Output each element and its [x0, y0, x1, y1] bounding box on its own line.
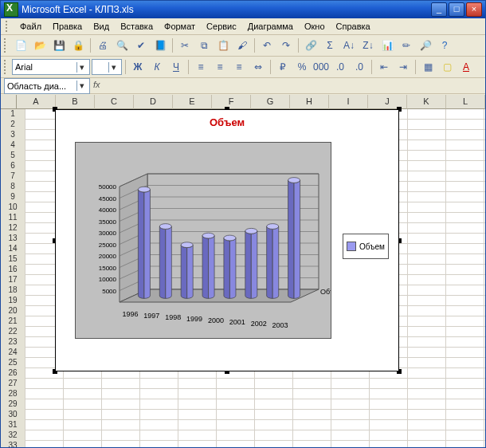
row-header[interactable]: 23 [1, 337, 25, 348]
chart-object[interactable]: Объем 5000100001500020000250003000035000… [53, 107, 402, 374]
row-header[interactable]: 10 [1, 202, 25, 214]
chart-frame[interactable]: Объем 5000100001500020000250003000035000… [55, 109, 399, 371]
preview-icon[interactable]: 🔍 [113, 37, 131, 54]
paste-icon[interactable]: 📋 [214, 37, 232, 54]
underline-button[interactable]: Ч [167, 58, 185, 76]
currency-icon[interactable]: ₽ [274, 58, 292, 76]
align-left-icon[interactable]: ≡ [192, 58, 210, 76]
menu-view[interactable]: Вид [88, 20, 114, 33]
row-header[interactable]: 2 [1, 120, 25, 131]
comma-icon[interactable]: 000 [312, 58, 330, 76]
row-header[interactable]: 19 [1, 296, 25, 307]
chart-wizard-icon[interactable]: 📊 [378, 37, 396, 54]
row-header[interactable]: 3 [1, 130, 25, 141]
row-header[interactable]: 21 [1, 316, 25, 328]
redo-icon[interactable]: ↷ [277, 37, 295, 54]
menu-window[interactable]: Окно [300, 20, 330, 33]
minimize-button[interactable]: _ [431, 2, 447, 17]
italic-button[interactable]: К [148, 58, 166, 76]
maximize-button[interactable]: □ [449, 2, 464, 17]
select-all-corner[interactable] [1, 95, 17, 109]
row-header[interactable]: 15 [1, 254, 25, 265]
row-header[interactable]: 11 [1, 213, 25, 224]
row-header[interactable]: 22 [1, 327, 25, 338]
font-name-combo[interactable]: Arial ▾ [12, 59, 90, 75]
plot-area[interactable]: 5000100001500020000250003000035000400004… [75, 142, 331, 339]
name-box[interactable]: Область диа... ▾ [4, 78, 90, 94]
row-header[interactable]: 20 [1, 306, 25, 317]
row-header[interactable]: 16 [1, 265, 25, 276]
row-header[interactable]: 33 [1, 441, 25, 448]
menu-insert[interactable]: Вставка [116, 20, 158, 33]
open-icon[interactable]: 📂 [31, 37, 49, 54]
permission-icon[interactable]: 🔒 [69, 37, 87, 54]
chart-legend[interactable]: Объем [343, 234, 389, 259]
row-header[interactable]: 7 [1, 171, 25, 183]
menu-chart[interactable]: Диаграмма [243, 20, 298, 33]
bold-button[interactable]: Ж [129, 58, 147, 76]
copy-icon[interactable]: ⧉ [195, 37, 213, 54]
row-header[interactable]: 29 [1, 399, 25, 411]
decrease-decimal-icon[interactable]: .0 [351, 58, 368, 76]
close-button[interactable]: × [466, 2, 482, 17]
row-header[interactable]: 28 [1, 389, 25, 400]
borders-icon[interactable]: ▦ [419, 58, 437, 76]
sort-desc-icon[interactable]: Z↓ [359, 37, 377, 54]
help-icon[interactable]: ? [436, 37, 453, 54]
menu-help[interactable]: Справка [331, 20, 375, 33]
row-header[interactable]: 12 [1, 223, 25, 234]
col-header-L[interactable]: L [446, 95, 485, 109]
chart-title[interactable]: Объем [56, 116, 398, 128]
row-header[interactable]: 31 [1, 420, 25, 431]
font-color-icon[interactable]: A [457, 58, 475, 76]
menu-file[interactable]: Файл [15, 20, 46, 33]
row-header[interactable]: 1 [1, 109, 25, 120]
row-header[interactable]: 14 [1, 244, 25, 255]
row-header[interactable]: 4 [1, 140, 25, 151]
toolbar-handle[interactable] [6, 21, 10, 32]
align-center-icon[interactable]: ≡ [211, 58, 229, 76]
fx-icon[interactable]: fx [93, 80, 106, 92]
row-header[interactable]: 5 [1, 151, 25, 162]
row-header[interactable]: 30 [1, 410, 25, 421]
merge-center-icon[interactable]: ⇔ [249, 58, 267, 76]
row-header[interactable]: 24 [1, 348, 25, 359]
percent-icon[interactable]: % [293, 58, 311, 76]
increase-decimal-icon[interactable]: .0 [331, 58, 349, 76]
research-icon[interactable]: 📘 [151, 37, 169, 54]
spreadsheet-grid[interactable]: ABCDEFGHIJKL 123456789101112131415161718… [1, 95, 485, 447]
row-header[interactable]: 8 [1, 182, 25, 193]
row-header[interactable]: 27 [1, 379, 25, 390]
menu-tools[interactable]: Сервис [202, 20, 241, 33]
menu-format[interactable]: Формат [159, 20, 200, 33]
font-size-combo[interactable]: ▾ [92, 59, 122, 75]
save-icon[interactable]: 💾 [50, 37, 68, 54]
col-header-K[interactable]: K [407, 95, 446, 109]
row-header[interactable]: 18 [1, 285, 25, 297]
col-header-A[interactable]: A [17, 95, 56, 109]
print-icon[interactable]: 🖨 [94, 37, 112, 54]
cut-icon[interactable]: ✂ [176, 37, 194, 54]
row-header[interactable]: 25 [1, 358, 25, 369]
row-header[interactable]: 6 [1, 161, 25, 172]
undo-icon[interactable]: ↶ [258, 37, 276, 54]
format-painter-icon[interactable]: 🖌 [233, 37, 251, 54]
sort-asc-icon[interactable]: A↓ [340, 37, 358, 54]
fill-color-icon[interactable]: ▢ [438, 58, 456, 76]
spellcheck-icon[interactable]: ✔ [132, 37, 150, 54]
menu-edit[interactable]: Правка [48, 20, 87, 33]
increase-indent-icon[interactable]: ⇥ [394, 58, 412, 76]
row-header[interactable]: 9 [1, 192, 25, 203]
autosum-icon[interactable]: Σ [321, 37, 339, 54]
drawing-icon[interactable]: ✏ [398, 37, 415, 54]
new-icon[interactable]: 📄 [12, 37, 29, 54]
decrease-indent-icon[interactable]: ⇤ [375, 58, 393, 76]
row-header[interactable]: 32 [1, 430, 25, 442]
zoom-icon[interactable]: 🔎 [417, 37, 434, 54]
hyperlink-icon[interactable]: 🔗 [302, 37, 319, 54]
toolbar-handle[interactable] [4, 60, 9, 74]
row-header[interactable]: 26 [1, 368, 25, 379]
row-header[interactable]: 13 [1, 234, 25, 245]
toolbar-handle[interactable] [4, 38, 9, 53]
align-right-icon[interactable]: ≡ [230, 58, 248, 76]
